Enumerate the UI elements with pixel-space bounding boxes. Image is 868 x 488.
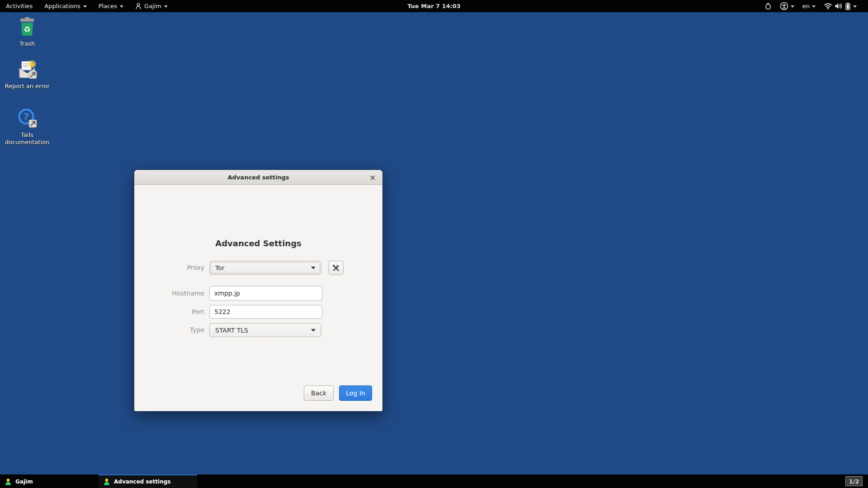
clock-label: Tue Mar 7 14:03 xyxy=(407,3,461,9)
taskbar: Gajim Advanced settings 1/2 xyxy=(0,474,868,488)
proxy-value: Tor xyxy=(215,264,225,272)
chevron-down-icon xyxy=(791,5,794,8)
port-input[interactable] xyxy=(209,305,322,319)
hostname-label: Hostname xyxy=(134,290,204,297)
proxy-label: Proxy xyxy=(134,264,204,271)
type-label: Type xyxy=(134,326,204,333)
dialog-heading: Advanced Settings xyxy=(134,239,382,248)
taskbar-item-gajim[interactable]: Gajim xyxy=(0,474,99,488)
dialog-title: Advanced settings xyxy=(228,174,289,181)
tools-icon xyxy=(332,264,340,272)
keyboard-layout-label: en xyxy=(802,3,810,9)
keyboard-layout-menu[interactable]: en xyxy=(798,0,820,12)
taskbar-item-label: Advanced settings xyxy=(114,479,171,485)
applications-menu[interactable]: Applications xyxy=(38,0,92,12)
onion-icon xyxy=(764,0,772,12)
chevron-down-icon xyxy=(164,5,168,8)
type-dropdown[interactable]: START TLS xyxy=(209,323,321,337)
accessibility-icon xyxy=(780,0,788,12)
report-error-icon: ★ xyxy=(16,59,38,80)
close-icon[interactable]: × xyxy=(366,170,379,185)
advanced-settings-dialog: Advanced settings × Advanced Settings Pr… xyxy=(134,170,382,411)
hostname-input[interactable] xyxy=(209,286,322,300)
volume-icon xyxy=(835,0,843,12)
places-label: Places xyxy=(99,3,117,9)
chevron-down-icon xyxy=(812,5,816,8)
svg-text:?: ? xyxy=(24,111,29,122)
desktop-icon-label: Report an error xyxy=(5,83,49,90)
chevron-down-icon xyxy=(853,5,857,8)
applications-label: Applications xyxy=(44,3,80,9)
accessibility-menu[interactable] xyxy=(776,0,798,12)
chevron-down-icon xyxy=(311,329,316,332)
tails-documentation-icon: ? xyxy=(16,108,38,129)
system-menu[interactable] xyxy=(820,0,861,12)
chevron-down-icon xyxy=(311,267,316,269)
desktop-icon-report-error[interactable]: ★ Report an error xyxy=(0,59,54,90)
type-value: START TLS xyxy=(215,327,248,334)
tor-status-menu[interactable] xyxy=(760,0,776,12)
port-label: Port xyxy=(134,308,204,315)
taskbar-item-advanced-settings[interactable]: Advanced settings xyxy=(99,474,197,488)
activities-label: Activities xyxy=(6,3,33,9)
app-menu-label: Gajim xyxy=(144,3,161,9)
wifi-icon xyxy=(824,0,832,12)
login-button[interactable]: Log In xyxy=(339,385,372,401)
chevron-down-icon xyxy=(83,5,87,8)
proxy-dropdown[interactable]: Tor xyxy=(209,261,321,275)
desktop-icon-trash[interactable]: ♻ Trash xyxy=(0,16,54,47)
topbar-right: en xyxy=(760,0,868,12)
svg-text:★: ★ xyxy=(29,60,35,69)
workspace-indicator[interactable]: 1/2 xyxy=(845,476,863,486)
svg-text:♻: ♻ xyxy=(24,25,30,34)
desktop-icon-label: Tails documentation xyxy=(0,131,54,146)
gajim-icon xyxy=(103,478,110,485)
person-outline-icon xyxy=(135,3,142,9)
trash-icon: ♻ xyxy=(16,16,38,38)
battery-icon xyxy=(845,0,851,12)
top-bar: Activities Applications Places Gajim Tue… xyxy=(0,0,868,12)
activities-button[interactable]: Activities xyxy=(0,0,38,12)
dialog-titlebar[interactable]: Advanced settings × xyxy=(134,170,382,185)
topbar-left: Activities Applications Places Gajim xyxy=(0,0,174,12)
proxy-settings-button[interactable] xyxy=(328,261,344,275)
desktop-icon-tails-docs[interactable]: ? Tails documentation xyxy=(0,108,54,146)
chevron-down-icon xyxy=(120,5,123,8)
desktop-icon-label: Trash xyxy=(19,40,35,47)
places-menu[interactable]: Places xyxy=(93,0,129,12)
taskbar-item-label: Gajim xyxy=(15,479,33,485)
app-menu-gajim[interactable]: Gajim xyxy=(129,0,174,12)
back-button[interactable]: Back xyxy=(304,385,334,401)
gajim-icon xyxy=(5,478,12,485)
clock[interactable]: Tue Mar 7 14:03 xyxy=(403,0,465,12)
